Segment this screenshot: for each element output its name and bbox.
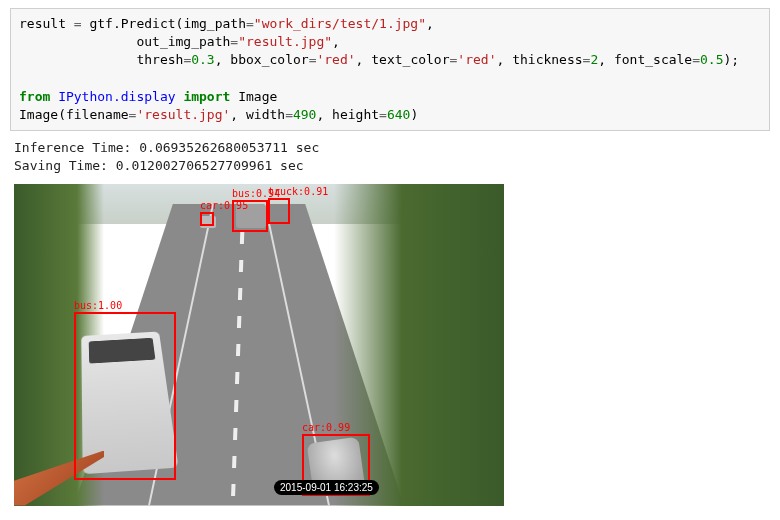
keyword-from: from bbox=[19, 89, 50, 104]
code-cell[interactable]: result = gtf.Predict(img_path="work_dirs… bbox=[10, 8, 770, 131]
detection-box: bus:1.00 bbox=[74, 312, 176, 480]
keyword-import: import bbox=[183, 89, 230, 104]
timestamp-badge: 2015-09-01 16:23:25 bbox=[274, 480, 379, 495]
output-text: Inference Time: 0.06935262680053711 sec … bbox=[10, 135, 770, 183]
result-image: bus:1.00car:0.99car:0.95bus:0.94truck:0.… bbox=[14, 184, 504, 506]
detection-box: truck:0.91 bbox=[268, 198, 290, 224]
module-ipython-display: IPython.display bbox=[58, 89, 175, 104]
arg-img-path: "work_dirs/test/1.jpg" bbox=[254, 16, 426, 31]
detection-box: car:0.95 bbox=[200, 212, 214, 226]
call-gtf-predict: gtf.Predict bbox=[89, 16, 175, 31]
detection-label: car:0.99 bbox=[302, 422, 350, 433]
var-name: result bbox=[19, 16, 66, 31]
call-image: Image bbox=[19, 107, 58, 122]
detection-box: bus:0.94 bbox=[232, 200, 268, 232]
detection-label: truck:0.91 bbox=[268, 186, 328, 197]
detection-label: bus:1.00 bbox=[74, 300, 122, 311]
inference-time: Inference Time: 0.06935262680053711 sec bbox=[14, 140, 319, 155]
arg-out-img-path: "result.jpg" bbox=[238, 34, 332, 49]
saving-time: Saving Time: 0.012002706527709961 sec bbox=[14, 158, 304, 173]
